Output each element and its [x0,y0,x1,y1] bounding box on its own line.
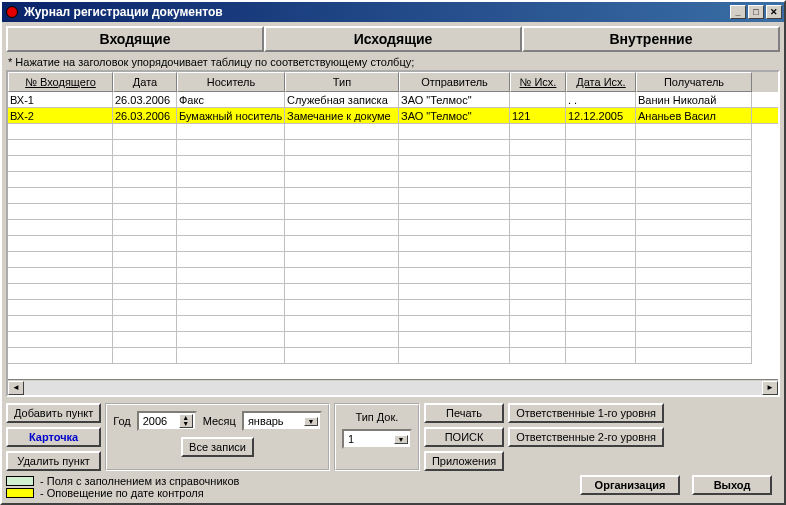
col-type[interactable]: Тип [285,72,399,92]
cell: ЗАО "Телмос" [399,108,510,123]
cell: ВХ-1 [8,92,113,107]
col-carrier[interactable]: Носитель [177,72,285,92]
month-combo[interactable]: январь ▼ [242,411,322,431]
legend-swatch-yellow [6,488,34,498]
organization-button[interactable]: Организация [580,475,680,495]
table-row[interactable]: ВХ-1 26.03.2006 Факс Служебная записка З… [8,92,778,108]
cell: Ванин Николай [636,92,752,107]
col-incoming-no[interactable]: № Входящего [8,72,113,92]
year-spinner[interactable]: 2006 ▲▼ [137,411,197,431]
exit-button[interactable]: Выход [692,475,772,495]
titlebar: Журнал регистрации документов _ □ ✕ [2,2,784,22]
minimize-button[interactable]: _ [730,5,746,19]
year-label: Год [113,415,131,427]
cell: ЗАО "Телмос" [399,92,510,107]
col-recipient[interactable]: Получатель [636,72,752,92]
table-row[interactable]: ВХ-2 26.03.2006 Бумажный носитель Замеча… [8,108,778,124]
filter-panel: Год 2006 ▲▼ Месяц январь ▼ Все записи [105,403,330,471]
month-label: Месяц [203,415,236,427]
cell: Ананьев Васил [636,108,752,123]
cell: Замечание к докуме [285,108,399,123]
tab-incoming[interactable]: Входящие [6,26,264,52]
grid-header: № Входящего Дата Носитель Тип Отправител… [8,72,778,92]
col-out-no[interactable]: № Исх. [510,72,566,92]
grid: № Входящего Дата Носитель Тип Отправител… [6,70,780,397]
scroll-left-icon[interactable]: ◄ [8,381,24,395]
attachments-button[interactable]: Приложения [424,451,504,471]
tab-internal[interactable]: Внутренние [522,26,780,52]
col-date[interactable]: Дата [113,72,177,92]
cell: Служебная записка [285,92,399,107]
grid-body[interactable]: ВХ-1 26.03.2006 Факс Служебная записка З… [8,92,778,379]
close-button[interactable]: ✕ [766,5,782,19]
record-icon [6,6,18,18]
delete-item-button[interactable]: Удалить пункт [6,451,101,471]
cell: Бумажный носитель [177,108,285,123]
tab-outgoing[interactable]: Исходящие [264,26,522,52]
cell: 121 [510,108,566,123]
year-value: 2006 [143,415,167,427]
doctype-value: 1 [348,433,354,445]
month-value: январь [248,415,284,427]
responsible-level1-button[interactable]: Ответственные 1-го уровня [508,403,664,423]
maximize-button[interactable]: □ [748,5,764,19]
tabs: Входящие Исходящие Внутренние [6,26,780,52]
horizontal-scrollbar[interactable]: ◄ ► [8,379,778,395]
cell: 26.03.2006 [113,108,177,123]
window-title: Журнал регистрации документов [24,5,730,19]
scroll-right-icon[interactable]: ► [762,381,778,395]
doctype-panel: Тип Док. 1 ▼ [334,403,420,471]
legend-yellow-text: - Оповещение по дате контроля [40,487,204,499]
card-button[interactable]: Карточка [6,427,101,447]
cell: ВХ-2 [8,108,113,123]
responsible-level2-button[interactable]: Ответственные 2-го уровня [508,427,664,447]
legend-green-text: - Поля с заполнением из справочников [40,475,239,487]
col-out-date[interactable]: Дата Исх. [566,72,636,92]
legend-swatch-green [6,476,34,486]
search-button[interactable]: ПОИСК [424,427,504,447]
doctype-label: Тип Док. [355,411,398,423]
cell: 12.12.2005 [566,108,636,123]
cell [510,92,566,107]
print-button[interactable]: Печать [424,403,504,423]
doctype-combo[interactable]: 1 ▼ [342,429,412,449]
col-sender[interactable]: Отправитель [399,72,510,92]
scroll-track[interactable] [24,381,762,395]
cell: 26.03.2006 [113,92,177,107]
sort-hint: * Нажатие на заголовок упорядочивает таб… [6,52,780,70]
cell: Факс [177,92,285,107]
cell: . . [566,92,636,107]
add-item-button[interactable]: Добавить пункт [6,403,101,423]
all-records-button[interactable]: Все записи [181,437,254,457]
